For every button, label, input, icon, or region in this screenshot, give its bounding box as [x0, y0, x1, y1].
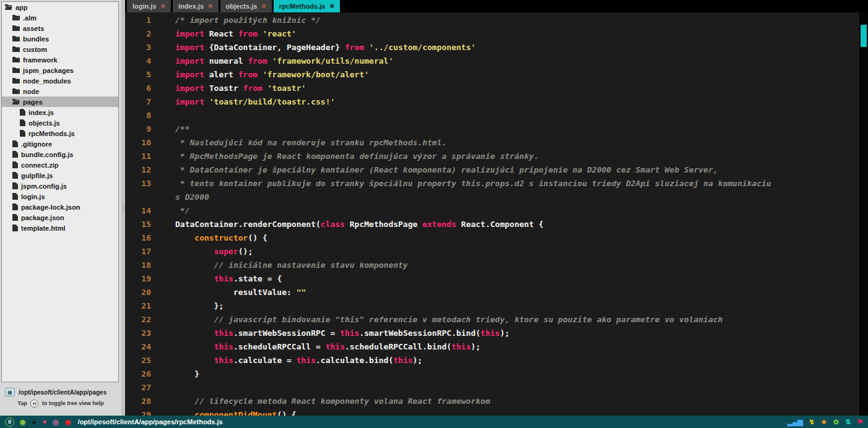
code-text: /**: [160, 122, 189, 136]
tree-item-label: connect.zip: [21, 161, 59, 169]
tree-item-index.js[interactable]: index.js: [2, 107, 118, 118]
code-line: 12 * DataContainer je špeciálny kontaine…: [125, 163, 859, 177]
tab-close-icon[interactable]: ✖: [208, 3, 213, 9]
star-icon[interactable]: ★: [821, 419, 827, 426]
tree-item-jspm.config.js[interactable]: jspm.config.js: [2, 181, 118, 191]
tree-item-assets[interactable]: assets: [2, 23, 118, 33]
tree-item-label: jspm_packages: [23, 67, 74, 74]
tree-item-connect.zip[interactable]: connect.zip: [2, 160, 118, 170]
line-number: 20: [125, 286, 160, 299]
tree-item-package-lock.json[interactable]: package-lock.json: [2, 202, 118, 212]
tab-close-icon[interactable]: ✖: [329, 3, 334, 9]
lightning-icon[interactable]: ↯: [809, 419, 815, 426]
editor-scrollbar[interactable]: [859, 12, 868, 416]
file-icon: [12, 225, 18, 231]
line-number: 21: [125, 299, 160, 313]
tree-item-node[interactable]: node: [2, 86, 118, 96]
tab-close-icon[interactable]: ✖: [261, 3, 266, 9]
tree-item-label: package.json: [21, 214, 64, 221]
code-line: 20 resultValue: "": [125, 286, 859, 299]
tree-item-objects.js[interactable]: objects.js: [2, 118, 118, 128]
chart-icon[interactable]: ▂▄▆: [788, 419, 803, 426]
tree-item-label: login.js: [21, 193, 45, 200]
code-line: 11 * RpcMethodsPage je React komponenta …: [125, 150, 859, 163]
tree-item-.alm[interactable]: .alm: [2, 12, 118, 23]
code-line: 8: [125, 109, 859, 122]
file-icon: [12, 182, 18, 189]
folder-icon: [12, 25, 20, 31]
tree-item-app[interactable]: app: [2, 2, 118, 12]
code-token: from: [243, 83, 263, 93]
tab-index.js[interactable]: index.js✖: [173, 0, 219, 12]
plugin-owl-icon[interactable]: ◎: [53, 419, 59, 426]
folder-icon: [12, 36, 20, 41]
tree-item-custom[interactable]: custom: [2, 44, 118, 54]
code-editor[interactable]: 1/* import použitých knižníc */2import R…: [125, 12, 859, 416]
code-token: this: [214, 356, 233, 365]
file-icon: [12, 172, 18, 179]
code-token: Toastr: [204, 83, 243, 93]
code-token: * RpcMethodsPage je React komponenta def…: [175, 152, 539, 161]
code-line: 29 componentDidMount() {: [125, 408, 859, 416]
code-line: 25 this.calculate = this.calculate.bind(…: [125, 354, 859, 367]
code-token: .smartWebSessionRPC.bind(: [359, 328, 480, 338]
tree-item-bundles[interactable]: bundles: [2, 33, 118, 44]
tree-item-.gitignore[interactable]: .gitignore: [2, 139, 118, 149]
tree-item-gulpfile.js[interactable]: gulpfile.js: [2, 170, 118, 181]
code-text: this.state = {: [160, 272, 282, 286]
code-token: [364, 43, 369, 52]
code-line: 3import {DataContainer, PageHeader} from…: [125, 41, 859, 54]
code-token: * DataContainer je špeciálny kontainer (…: [175, 165, 718, 174]
tab-objects.js[interactable]: objects.js✖: [220, 0, 272, 12]
tab-login.js[interactable]: login.js✖: [127, 0, 171, 12]
code-text: /* import použitých knižníc */: [160, 14, 321, 27]
editor-pane: login.js✖index.js✖objects.js✖rpcMethods.…: [125, 0, 868, 416]
plugin-tree-icon[interactable]: ♣: [32, 419, 37, 426]
arrows-icon[interactable]: ⇅: [845, 419, 851, 426]
line-number: 28: [125, 395, 160, 408]
tree-item-framework[interactable]: framework: [2, 54, 118, 65]
scrollbar-thumb[interactable]: [861, 25, 867, 47]
code-token: [263, 83, 267, 93]
tab-rpcMethods.js[interactable]: rpcMethods.js✖: [274, 0, 340, 12]
tree-item-rpcMethods.js[interactable]: rpcMethods.js: [2, 128, 118, 139]
code-token: s D2000: [175, 192, 209, 202]
tree-item-login.js[interactable]: login.js: [2, 191, 118, 202]
tree-item-node_modules[interactable]: node_modules: [2, 75, 118, 86]
plugin-circle-icon[interactable]: ◉: [20, 419, 26, 426]
line-number: 6: [125, 82, 160, 95]
code-text: * RpcMethodsPage je React komponenta def…: [160, 150, 539, 163]
plugin-heart-icon[interactable]: ♥: [43, 419, 47, 426]
tree-item-jspm_packages[interactable]: jspm_packages: [2, 65, 118, 75]
flag-icon[interactable]: ⚑: [857, 419, 863, 426]
code-text: this.calculate = this.calculate.bind(thi…: [160, 354, 422, 367]
code-line: 6import Toastr from 'toastr': [125, 82, 859, 95]
tree-item-pages[interactable]: pages: [2, 96, 118, 107]
plugin-target-icon[interactable]: ◉: [65, 419, 71, 426]
tree-item-label: pages: [23, 98, 43, 106]
code-token: alert: [204, 70, 238, 79]
file-tree: app.almassetsbundlescustomframeworkjspm_…: [1, 1, 119, 382]
code-line: 19 this.state = {: [125, 272, 859, 286]
code-line: 10 * Nasledujúci kód na renderuje strank…: [125, 136, 859, 150]
tree-item-bundle.config.js[interactable]: bundle.config.js: [2, 149, 118, 160]
code-token: this: [297, 356, 316, 365]
code-token: this: [480, 328, 500, 338]
tab-label: objects.js: [226, 2, 258, 10]
code-token: DataContainer.renderComponent(: [175, 220, 321, 229]
tab-close-icon[interactable]: ✖: [161, 3, 166, 9]
tree-item-template.html[interactable]: template.html: [2, 223, 118, 233]
code-line: 15DataContainer.renderComponent(class Rp…: [125, 218, 859, 231]
flower-icon[interactable]: ✿: [833, 419, 839, 426]
code-token: // iniciálne nastavenie stavu komponenty: [214, 260, 408, 270]
code-token: this: [451, 342, 471, 351]
line-number: 19: [125, 272, 160, 286]
keyboard-key-h: H: [30, 400, 38, 408]
tree-item-package.json[interactable]: package.json: [2, 212, 118, 223]
code-token: [175, 328, 214, 338]
code-text: super();: [160, 245, 253, 259]
tree-item-label: node_modules: [23, 77, 71, 85]
code-token: /**: [175, 124, 189, 134]
tree-item-label: framework: [23, 56, 58, 64]
code-token: this: [326, 342, 345, 351]
